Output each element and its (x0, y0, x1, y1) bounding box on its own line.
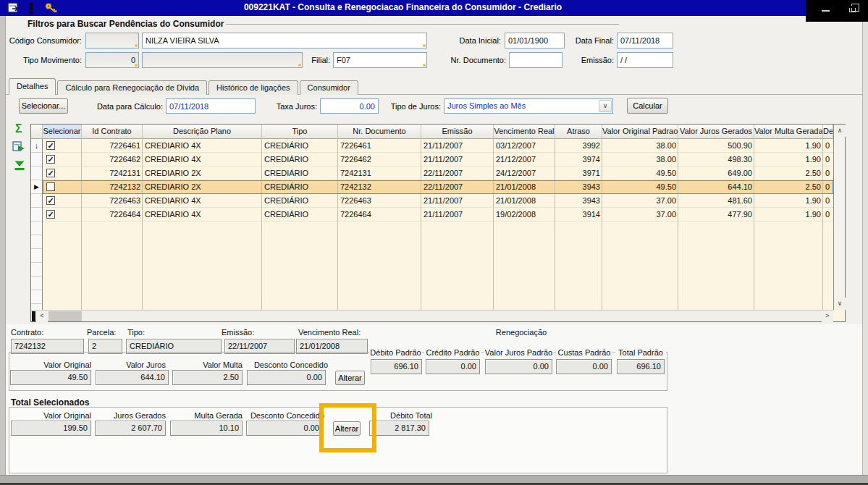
grid-column-header[interactable]: De (823, 125, 833, 139)
grid-cell[interactable]: 21/11/2007 (421, 208, 494, 222)
tipo-juros-select[interactable]: Juros Simples ao Mês ∨ (444, 98, 613, 114)
grid-cell[interactable]: 19/02/2008 (494, 208, 555, 222)
taxa-juros-field[interactable]: 0.00 (320, 98, 379, 114)
alterar-total-button[interactable]: Alterar (333, 421, 361, 436)
grid-cell[interactable]: 3943 (555, 194, 602, 208)
grid-cell[interactable]: 7226464 (338, 208, 421, 222)
juros-gerados-field[interactable]: 2 607.70 (95, 421, 166, 436)
total-padrao-field[interactable]: 696.10 (617, 359, 665, 374)
grid-cell[interactable]: 3974 (555, 153, 602, 166)
desconto-detail-field[interactable]: 0.00 (247, 370, 326, 385)
grid-cell[interactable]: 644.10 (678, 180, 754, 194)
grid-cell[interactable]: 1.90 (754, 194, 823, 208)
valor-juros-padrao-field[interactable]: 0.00 (485, 359, 552, 374)
grid-column-header[interactable]: Vencimento Real (494, 125, 555, 139)
grid-cell[interactable]: 0 (823, 139, 833, 153)
tab-consumidor[interactable]: Consumidor (300, 80, 358, 95)
grid-column-header[interactable]: Valor Multa Gerada (754, 125, 823, 139)
restore-button[interactable] (849, 6, 856, 12)
grid-cell[interactable]: CREDIÁRIO (262, 153, 338, 166)
row-checkbox[interactable]: ✓ (46, 169, 55, 177)
grid-cell[interactable]: 3943 (555, 180, 602, 194)
data-final-field[interactable]: 07/11/2018 (617, 33, 673, 48)
scroll-down-icon[interactable]: ∨ (834, 298, 846, 310)
valor-juros-detail-field[interactable]: 644.10 (96, 370, 169, 385)
custas-padrao-field[interactable]: 0.00 (556, 359, 612, 374)
valor-multa-detail-field[interactable]: 2.50 (172, 370, 243, 385)
grid-cell[interactable]: 21/11/2007 (421, 139, 494, 153)
scroll-up-icon[interactable]: ∧ (834, 125, 846, 137)
data-inicial-field[interactable]: 01/01/1900 (505, 33, 565, 48)
grid-cell[interactable]: 22/11/2007 (421, 180, 494, 194)
calcular-button[interactable]: Calcular (627, 98, 668, 114)
grid-column-header[interactable]: Tipo (262, 125, 338, 139)
tab-historico-ligacoes[interactable]: Histórico de ligações (208, 80, 298, 95)
grid-column-header[interactable]: Valor Original Padrao (602, 125, 678, 139)
grid-cell[interactable]: 03/12/2007 (494, 139, 555, 153)
grid-column-header[interactable]: Valor Juros Gerados (678, 125, 754, 139)
go-to-last-row-icon[interactable] (14, 161, 25, 171)
grid-cell[interactable]: 7242132 (338, 180, 421, 194)
grid-cell[interactable]: 2.50 (754, 180, 823, 194)
grid-cell[interactable]: 477.90 (678, 208, 754, 222)
consumer-name-field[interactable]: NILZA VIEIRA SILVA (142, 33, 427, 48)
grid-column-header[interactable]: Selecionar (43, 125, 82, 139)
alterar-parcela-button[interactable]: Alterar (335, 371, 365, 385)
grid-column-header[interactable]: Id Contrato (82, 125, 143, 139)
horizontal-scroll-thumb[interactable] (49, 311, 82, 321)
row-checkbox[interactable]: ✓ (46, 141, 55, 150)
grid-cell[interactable]: 2.50 (754, 166, 823, 180)
grid-cell[interactable]: CREDIARIO 4X (143, 139, 262, 153)
grid-cell[interactable]: 21/01/2008 (494, 180, 555, 194)
grid-cell[interactable]: 21/12/2007 (494, 153, 555, 166)
grid-cell[interactable]: 7226463 (338, 194, 421, 208)
grid-cell[interactable]: 0 (823, 153, 833, 166)
grid-cell[interactable]: 7242131 (82, 166, 143, 180)
grid-cell[interactable]: 7226461 (338, 139, 421, 153)
chevron-down-icon[interactable]: ∨ (599, 100, 612, 112)
grid-cell[interactable]: 3992 (555, 139, 602, 153)
grid-cell[interactable]: 1.90 (754, 139, 823, 153)
grid-cell[interactable]: CREDIARIO 2X (143, 166, 262, 180)
tipo-movimento-desc-field[interactable] (142, 52, 303, 68)
tipo-movimento-field[interactable]: 0 (85, 52, 139, 68)
debito-padrao-field[interactable]: 696.10 (371, 359, 422, 374)
row-checkbox[interactable]: ✓ (46, 210, 55, 219)
table-row[interactable]: ✓7226461CREDIARIO 4XCREDIÁRIO722646121/1… (43, 139, 833, 153)
grid-cell[interactable]: 21/11/2007 (421, 194, 494, 208)
grid-cell[interactable]: 37.00 (602, 208, 678, 222)
grid-cell[interactable]: 7226462 (82, 153, 143, 166)
sum-sigma-icon[interactable]: Σ (15, 122, 22, 135)
grid-cell[interactable]: 7242132 (82, 180, 143, 194)
row-checkbox[interactable] (46, 182, 55, 191)
grid-cell[interactable]: 38.00 (602, 153, 678, 166)
minimize-button[interactable] (822, 10, 830, 12)
grid-cell[interactable]: CREDIÁRIO (262, 208, 338, 222)
multa-gerada-field[interactable]: 10.10 (170, 421, 243, 436)
nr-documento-field[interactable] (509, 52, 562, 68)
valor-original-detail-field[interactable]: 49.50 (10, 370, 91, 385)
tab-detalhes[interactable]: Detalhes (9, 78, 56, 95)
tab-calculo-renegociacao[interactable]: Cálculo para Renegociação de Dívida (57, 80, 207, 95)
grid-cell[interactable]: CREDIÁRIO (262, 139, 338, 153)
table-row[interactable]: ✓7226462CREDIARIO 4XCREDIÁRIO722646221/1… (43, 153, 833, 166)
grid-cell[interactable]: CREDIÁRIO (262, 194, 338, 208)
filial-field[interactable]: F07 (333, 52, 427, 68)
grid-cell[interactable]: 7226462 (338, 153, 421, 166)
table-row[interactable]: 7242132CREDIARIO 2XCREDIÁRIO724213222/11… (43, 180, 833, 194)
scroll-left-icon[interactable]: < (36, 311, 48, 322)
vertical-scrollbar[interactable]: ∧ ∨ (833, 125, 845, 310)
grid-cell[interactable]: 0 (823, 166, 833, 180)
emissao-filter-field[interactable]: / / (617, 52, 673, 68)
row-checkbox[interactable]: ✓ (46, 155, 55, 164)
data-calculo-field[interactable]: 07/11/2018 (166, 98, 256, 114)
grid-cell[interactable]: 37.00 (602, 194, 678, 208)
grid-cell[interactable]: 7226461 (82, 139, 143, 153)
grid-cell[interactable]: CREDIARIO 4X (143, 153, 262, 166)
grid-cell[interactable]: 481.60 (678, 194, 754, 208)
grid-cell[interactable]: 24/12/2007 (494, 166, 555, 180)
grid-cell[interactable]: 0 (823, 208, 833, 222)
scroll-right-icon[interactable]: > (822, 311, 833, 322)
grid-column-header[interactable]: Emissão (421, 125, 494, 139)
grid-cell[interactable]: 21/11/2007 (421, 153, 494, 166)
